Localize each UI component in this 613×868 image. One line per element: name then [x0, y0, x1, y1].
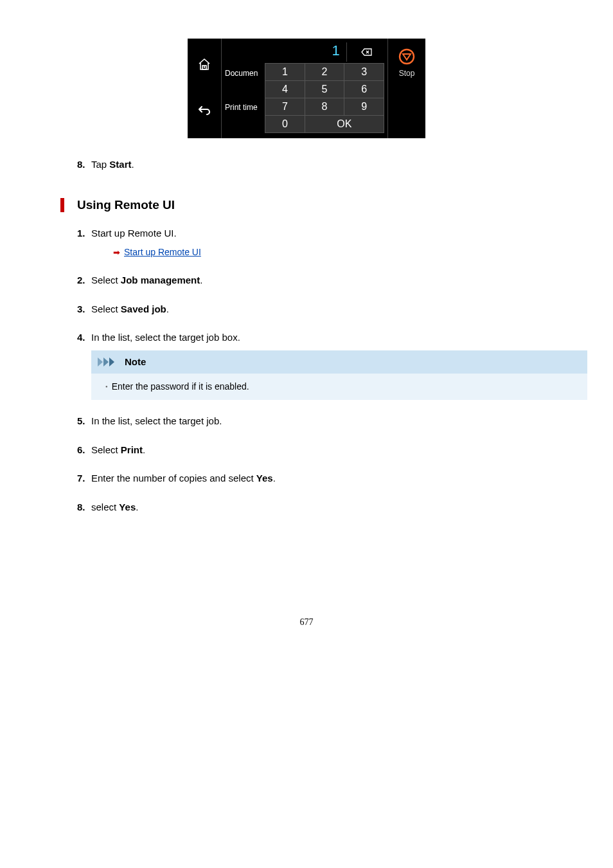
note-box: Note ●Enter the password if it is enable…: [91, 350, 587, 401]
keypad-8: 8: [305, 98, 344, 115]
step-number: 2.: [77, 273, 91, 288]
stop-icon: [388, 48, 425, 68]
note-body-text: Enter the password if it is enabled.: [112, 381, 249, 392]
svg-marker-4: [103, 357, 109, 366]
keypad-0: 0: [265, 116, 305, 132]
section-marker: [60, 198, 64, 212]
page-number: 677: [77, 617, 536, 628]
keypad-9: 9: [344, 98, 384, 115]
step-number: 3.: [77, 302, 91, 317]
step-text: Select Job management.: [91, 273, 536, 288]
keypad-1: 1: [265, 64, 305, 80]
note-chevrons-icon: [98, 357, 121, 366]
stop-label: Stop: [388, 69, 425, 78]
keypad-3: 3: [344, 64, 384, 80]
keypad-6: 6: [344, 81, 384, 98]
step-number: 6.: [77, 443, 91, 458]
start-remote-ui-link[interactable]: Start up Remote UI: [124, 246, 201, 259]
step-text: Select Print.: [91, 443, 536, 458]
step-text: Tap Start.: [91, 158, 536, 172]
home-icon: [197, 57, 212, 74]
step-text: Select Saved job.: [91, 302, 536, 317]
backspace-key: [346, 42, 384, 62]
print-time-label: Print time: [225, 103, 258, 112]
keypad-7: 7: [265, 98, 305, 115]
document-label: Documen: [225, 69, 258, 78]
step-number: 8.: [77, 158, 91, 172]
section-heading: Using Remote UI: [60, 198, 536, 212]
keypad-5: 5: [305, 81, 344, 98]
svg-point-1: [400, 50, 414, 64]
step-number: 7.: [77, 471, 91, 486]
step-number: 5.: [77, 414, 91, 429]
step-text: In the list, select the target job.: [91, 414, 536, 429]
keypad-2: 2: [305, 64, 344, 80]
svg-marker-2: [403, 54, 411, 60]
arrow-right-icon: ➡: [113, 246, 120, 259]
bullet-icon: ●: [105, 384, 108, 388]
keypad-4: 4: [265, 81, 305, 98]
printer-panel-screenshot: Documen Print time 1 1 2 3 4 5 6: [188, 39, 425, 138]
svg-marker-5: [109, 357, 114, 366]
step-number: 4.: [77, 330, 91, 400]
step-text: Enter the number of copies and select Ye…: [91, 471, 536, 486]
note-title: Note: [125, 355, 146, 370]
back-icon: [197, 105, 212, 120]
step-number: 1.: [77, 226, 91, 260]
step-text: In the list, select the target job box.: [91, 332, 240, 343]
section-title: Using Remote UI: [77, 198, 175, 212]
keypad-ok: OK: [305, 116, 384, 132]
step-text: Start up Remote UI.: [91, 228, 177, 239]
step-number: 8.: [77, 500, 91, 515]
copies-display-value: 1: [265, 42, 346, 62]
svg-marker-3: [98, 357, 103, 366]
step-text: select Yes.: [91, 500, 536, 515]
